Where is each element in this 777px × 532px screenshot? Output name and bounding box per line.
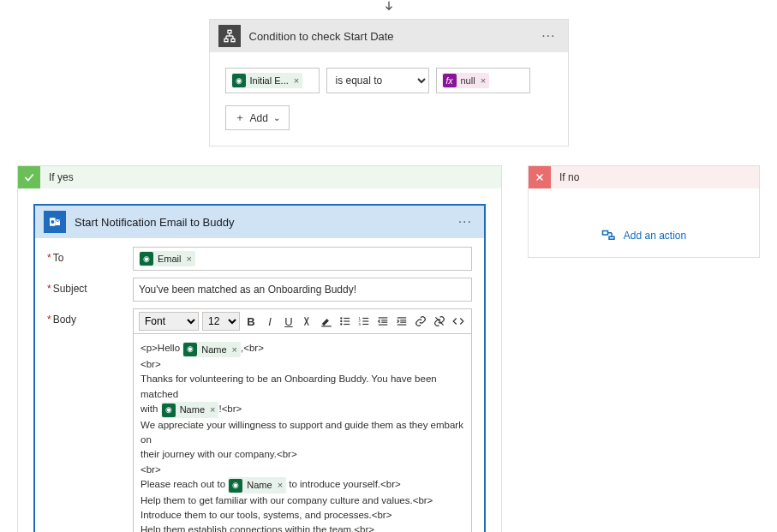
condition-left-value[interactable]: ◉ Initial E... × (225, 68, 320, 93)
svg-rect-9 (51, 220, 54, 224)
bullet-list-button[interactable] (338, 313, 353, 330)
branch-no-label: If no (559, 166, 579, 188)
branch-yes-label: If yes (49, 166, 74, 188)
email-action-body: *To ◉ Email × *Subject (35, 238, 484, 532)
token-label: Email (158, 254, 182, 264)
branch-yes-body: Start Notification Email to Buddy ··· *T… (18, 188, 501, 532)
svg-text:3: 3 (359, 322, 362, 326)
link-button[interactable] (413, 313, 428, 330)
condition-header[interactable]: Condition to check Start Date ··· (210, 20, 568, 52)
underline-button[interactable]: U (281, 313, 296, 330)
dataverse-icon: ◉ (140, 252, 153, 266)
token-remove-icon[interactable]: × (232, 343, 237, 357)
fx-icon: fx (443, 74, 457, 87)
dataverse-icon: ◉ (229, 479, 242, 493)
number-list-button[interactable]: 123 (356, 313, 372, 330)
label-subject: *Subject (47, 278, 133, 295)
svg-rect-1 (228, 30, 231, 33)
email-action-header[interactable]: Start Notification Email to Buddy ··· (35, 206, 484, 238)
dynamic-token-name[interactable]: ◉Name× (228, 477, 286, 493)
plus-icon: ＋ (235, 111, 245, 125)
token-remove-icon[interactable]: × (481, 75, 486, 86)
dataverse-icon: ◉ (232, 74, 246, 87)
svg-rect-2 (224, 39, 228, 41)
font-size-select[interactable]: 12 (202, 312, 240, 331)
condition-right-value[interactable]: fx null × (436, 68, 530, 93)
dataverse-icon: ◉ (183, 343, 197, 356)
input-subject[interactable] (133, 278, 472, 302)
svg-rect-3 (231, 39, 235, 41)
label-to: *To (47, 247, 133, 264)
outlook-icon (44, 211, 66, 233)
unlink-button[interactable] (432, 313, 447, 330)
italic-button[interactable]: I (262, 313, 278, 330)
svg-point-11 (341, 318, 342, 319)
add-action-label: Add an action (624, 230, 686, 242)
branch-if-yes: If yes Start Notification Email to Buddy… (17, 165, 502, 532)
dynamic-token-initial[interactable]: ◉ Initial E... × (231, 73, 303, 88)
svg-point-15 (341, 324, 342, 325)
condition-body: ◉ Initial E... × is equal to fx null × ＋… (210, 52, 568, 146)
condition-add-button[interactable]: ＋ Add ⌄ (225, 105, 290, 130)
field-row-body: *Body Font 12 B I U (47, 308, 472, 532)
input-to[interactable]: ◉ Email × (133, 247, 472, 271)
dataverse-icon: ◉ (162, 403, 176, 417)
condition-more-menu[interactable]: ··· (538, 28, 559, 44)
branch-no-header: If no (529, 166, 759, 188)
font-family-select[interactable]: Font (139, 312, 199, 331)
branch-no-body: Add an action (529, 188, 759, 257)
token-label: Initial E... (250, 75, 289, 86)
email-action-more-menu[interactable]: ··· (455, 214, 475, 230)
condition-card: Condition to check Start Date ··· ◉ Init… (209, 19, 569, 146)
svg-rect-37 (609, 236, 614, 239)
highlight-button[interactable] (319, 313, 334, 330)
condition-operator-select[interactable]: is equal to (326, 68, 429, 93)
close-icon (529, 166, 551, 188)
add-action-icon (601, 230, 617, 242)
svg-point-13 (341, 320, 342, 321)
token-remove-icon[interactable]: × (294, 75, 299, 86)
branch-yes-header: If yes (18, 166, 501, 188)
condition-icon (218, 25, 241, 47)
richtext-toolbar: Font 12 B I U (133, 308, 472, 333)
bold-button[interactable]: B (243, 313, 259, 330)
condition-branches: If yes Start Notification Email to Buddy… (0, 165, 777, 532)
flow-arrow-down-icon (0, 0, 777, 19)
dynamic-token-name[interactable]: ◉Name× (161, 402, 219, 418)
field-row-to: *To ◉ Email × (47, 247, 472, 271)
token-remove-icon[interactable]: × (278, 478, 283, 493)
indent-button[interactable] (394, 313, 409, 330)
email-action-card: Start Notification Email to Buddy ··· *T… (33, 204, 486, 532)
token-remove-icon[interactable]: × (210, 403, 215, 417)
field-row-subject: *Subject (47, 278, 472, 302)
condition-title: Condition to check Start Date (249, 30, 539, 43)
dynamic-token-name[interactable]: ◉Name× (182, 342, 241, 358)
check-icon (18, 166, 40, 188)
email-action-title: Start Notification Email to Buddy (75, 216, 455, 229)
expression-token-null[interactable]: fx null × (442, 73, 490, 88)
svg-rect-10 (321, 326, 332, 326)
body-editor[interactable]: <p>Hello ◉Name×,<br> <br> Thanks for vol… (133, 333, 472, 532)
chevron-down-icon: ⌄ (273, 113, 280, 123)
outdent-button[interactable] (375, 313, 391, 330)
add-action-button[interactable]: Add an action (544, 204, 744, 242)
strike-button[interactable] (300, 313, 315, 330)
dynamic-token-email[interactable]: ◉ Email × (139, 251, 195, 266)
svg-rect-34 (602, 231, 607, 236)
token-remove-icon[interactable]: × (187, 254, 192, 264)
code-view-button[interactable] (451, 313, 466, 330)
token-label: null (461, 75, 475, 86)
label-body: *Body (47, 308, 133, 326)
add-label: Add (250, 112, 268, 124)
condition-row: ◉ Initial E... × is equal to fx null × (225, 68, 553, 93)
branch-if-no: If no Add an action (528, 165, 760, 258)
